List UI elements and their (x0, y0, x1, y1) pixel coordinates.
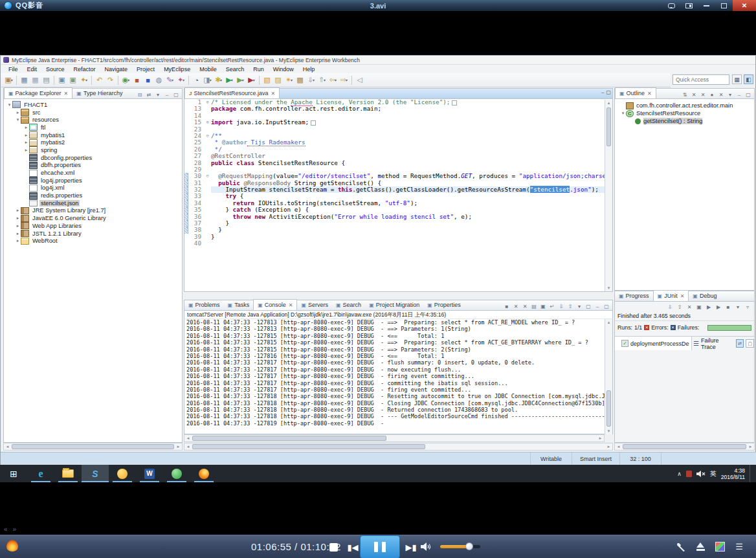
close-tab-icon[interactable]: ✕ (647, 91, 652, 96)
yellow-app-icon[interactable] (109, 465, 136, 482)
tray-expand-icon[interactable]: ∧ (677, 471, 682, 477)
editor-vscrollbar[interactable]: ▲ ▼ (605, 100, 612, 291)
close-tab-icon[interactable]: ✕ (64, 91, 69, 96)
view-menu-icon[interactable]: ▾ (154, 91, 162, 98)
scroll-lock-icon[interactable]: ▣ (539, 302, 547, 310)
wrench-icon[interactable]: ✦▾ (78, 74, 89, 85)
edge-icon[interactable]: e (27, 465, 54, 482)
menu-myeclipse[interactable]: MyEclipse (159, 66, 195, 73)
tab-package-explorer[interactable]: ▣Package Explorer✕ (4, 87, 72, 98)
failures-only-icon[interactable]: ✕ (685, 303, 693, 311)
code-line-40[interactable]: 40 (184, 240, 612, 247)
code-line-25[interactable]: 25 * @author Tijs Rademakers (184, 139, 612, 146)
menu-file[interactable]: File (4, 66, 23, 73)
tab-type-hierarchy[interactable]: ▣Type Hierarchy (72, 88, 126, 98)
code-line-13[interactable]: 13package com.fh.controller.act.rest.edi… (184, 106, 612, 112)
code-line-32[interactable]: 32 InputStream stencilsetStream = this.g… (184, 186, 612, 193)
debug-icon[interactable]: ▶▾ (235, 74, 246, 85)
minimize-icon[interactable]: – (601, 89, 604, 95)
code-editor[interactable]: 1⊕/* Licensed under the Apache License, … (184, 99, 613, 292)
terminate-icon[interactable]: ■ (503, 302, 511, 310)
outline-item[interactable]: getStencilset() : String (615, 117, 754, 125)
menu-help[interactable]: Help (298, 66, 320, 73)
maximize-icon[interactable]: ▢ (603, 302, 610, 310)
show-desktop-button[interactable] (750, 465, 752, 482)
tab-junit[interactable]: ▣JUnit✕ (653, 290, 689, 301)
remove-all-icon[interactable]: ✕ (521, 302, 529, 310)
muted-speaker-icon[interactable] (696, 470, 706, 478)
maximize-icon[interactable]: ▢ (172, 91, 180, 98)
ime-indicator[interactable]: 英 (710, 469, 717, 478)
close-tab-icon[interactable]: ✕ (680, 293, 685, 299)
filter-stack-icon[interactable]: ⇄ (736, 339, 744, 348)
sort-icon[interactable]: ⇅ (681, 91, 689, 98)
code-line-36[interactable]: 36 throw new ActivitiException("Error wh… (184, 214, 612, 220)
person-icon[interactable]: ✦▾ (175, 74, 186, 85)
open-console-icon[interactable]: ▾ (575, 302, 583, 310)
rerun-failed-icon[interactable]: ▶ (715, 303, 722, 311)
back-icon[interactable]: ⇦▾ (328, 74, 339, 85)
tab-console[interactable]: ▣Console✕ (253, 299, 297, 310)
new-class-icon[interactable]: ◉▾ (120, 74, 131, 85)
tab-problems[interactable]: ▣Problems (184, 300, 224, 310)
eject-icon[interactable] (693, 538, 708, 555)
rewind-icon[interactable]: « (4, 526, 8, 533)
tab-tasks[interactable]: ▣Tasks (224, 300, 254, 310)
editor-tab[interactable]: J StencilsetRestResource.java ✕ (184, 87, 280, 98)
outline-item[interactable]: com.fh.controller.act.rest.editor.main (615, 102, 754, 109)
pause-button[interactable] (360, 535, 400, 558)
menu-project[interactable]: Project (132, 66, 159, 73)
tree-item-dbconfig-properties[interactable]: dbconfig.properties (4, 154, 182, 162)
tab-properties[interactable]: ▣Properties (423, 300, 465, 310)
hide-static-icon[interactable]: ✕ (699, 91, 707, 98)
next-failure-icon[interactable]: ⇩ (666, 303, 674, 311)
jar-blue-icon[interactable]: ■ (142, 74, 153, 85)
start-button[interactable]: ⊞ (0, 465, 27, 482)
save-icon[interactable]: ▦ (19, 74, 30, 85)
open-perspective-icon[interactable]: ▦ (732, 74, 742, 84)
last-edit-icon[interactable]: ◁ (354, 74, 365, 85)
menu-mobile[interactable]: Mobile (195, 66, 221, 73)
junit-test-item[interactable]: ✓ deploymentProcessDe (615, 337, 692, 350)
run-icon[interactable]: ▶▾ (224, 74, 235, 85)
tree-item-jstl-1-2-1-library[interactable]: ▸JSTL 1.2.1 Library (4, 230, 182, 238)
package-icon[interactable]: ▩ (295, 74, 306, 85)
view-menu-icon[interactable]: ▾ (726, 91, 734, 98)
right-hscrollbar[interactable]: ◄► (614, 443, 755, 451)
tree-item-src[interactable]: ▸src (4, 109, 182, 117)
maximize-icon[interactable]: ▢ (606, 89, 611, 95)
tree-item-log4j-properties[interactable]: log4j.properties (4, 177, 182, 184)
new-folder-icon[interactable]: ▧ (261, 74, 272, 85)
menu-source[interactable]: Source (41, 66, 69, 73)
stop-icon[interactable]: ■ (724, 303, 732, 311)
coverage-icon[interactable]: ▶▾ (246, 74, 257, 85)
compare-icon[interactable]: ▢ (746, 339, 754, 348)
tree-item-redis-properties[interactable]: redis.properties (4, 192, 182, 199)
jar-red-icon[interactable]: ■ (131, 74, 142, 85)
menu-refactor[interactable]: Refactor (69, 66, 100, 73)
print-icon[interactable]: ▤ (41, 74, 52, 85)
hide-fields-icon[interactable]: ✕ (690, 91, 698, 98)
tab-project-migration[interactable]: ▣Project Migration (365, 300, 423, 310)
close-tab-icon[interactable]: ✕ (289, 302, 293, 308)
tab-outline[interactable]: ▣Outline✕ (615, 87, 656, 98)
deploy-icon[interactable]: ▣ (56, 74, 67, 85)
hide-local-icon[interactable]: ✕ (717, 91, 725, 98)
tab-debug[interactable]: ▣Debug (689, 291, 720, 301)
outline-item[interactable]: ▾CStencilsetRestResource (615, 109, 754, 117)
javaee-perspective-icon[interactable]: ◧ (744, 74, 753, 84)
volume-knob[interactable] (465, 542, 473, 550)
left-hscrollbar[interactable]: ◄► (3, 443, 183, 451)
volume-icon[interactable] (421, 542, 432, 552)
tree-item-mybatis1[interactable]: ▸mybatis1 (4, 131, 182, 139)
forward-icon[interactable]: » (13, 526, 17, 533)
tree-item-javaee-6-0-generic-library[interactable]: ▸JavaEE 6.0 Generic Library (4, 214, 182, 222)
playlist-icon[interactable]: ☰ (731, 538, 747, 555)
open-folder-icon[interactable]: ▨ (272, 74, 284, 85)
center-hscrollbar[interactable]: ◄► (184, 443, 613, 451)
undo-icon[interactable]: ↶ (94, 74, 105, 85)
word-icon[interactable]: W (136, 465, 163, 482)
tree-item-resources[interactable]: ▾resources (4, 116, 182, 124)
minimize-icon[interactable] (698, 0, 715, 11)
tree-item-jre-system-library-jre1-7-[interactable]: ▸JRE System Library [jre1.7] (4, 207, 182, 215)
